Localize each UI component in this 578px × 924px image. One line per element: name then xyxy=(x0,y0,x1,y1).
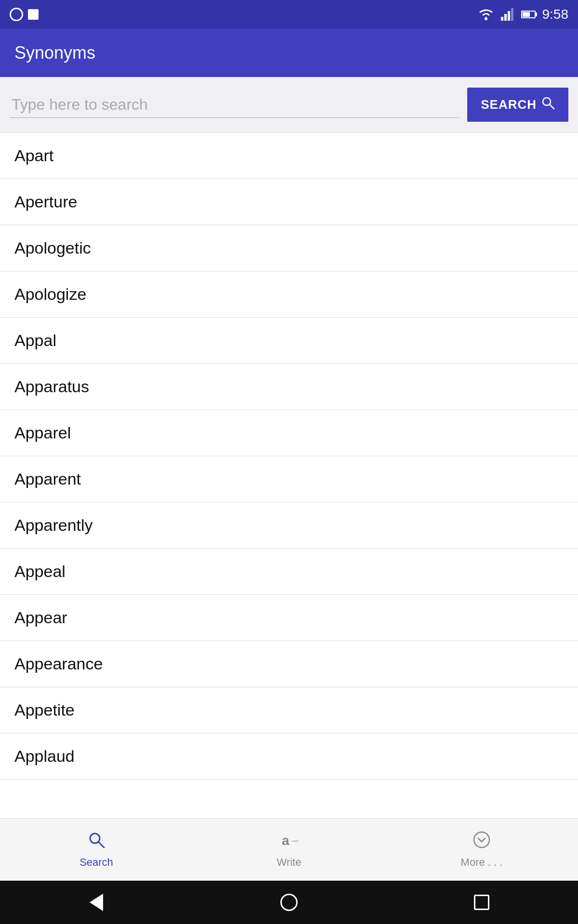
svg-rect-2 xyxy=(504,14,507,21)
list-item[interactable]: Appal xyxy=(0,318,578,364)
list-item[interactable]: Appetite xyxy=(0,687,578,733)
app-bar: Synonyms xyxy=(0,29,578,77)
signal-icon xyxy=(501,8,514,21)
list-item[interactable]: Appearance xyxy=(0,641,578,687)
status-bar-right: 9:58 xyxy=(478,7,569,22)
svg-line-6 xyxy=(550,104,554,109)
android-nav-bar xyxy=(0,881,578,924)
home-button[interactable] xyxy=(277,890,301,914)
status-bar-left xyxy=(10,8,39,21)
search-button-icon xyxy=(541,96,555,113)
back-button[interactable] xyxy=(84,890,108,914)
list-item[interactable]: Apparently xyxy=(0,502,578,549)
app-title: Synonyms xyxy=(14,43,95,63)
svg-rect-3 xyxy=(508,11,510,21)
search-button[interactable]: SEARCH xyxy=(467,88,568,122)
status-time: 9:58 xyxy=(542,7,569,22)
circle-icon xyxy=(10,8,23,21)
nav-item-search[interactable]: Search xyxy=(0,831,193,869)
search-button-label: SEARCH xyxy=(481,97,537,112)
svg-point-10 xyxy=(474,832,489,847)
battery-icon xyxy=(521,11,536,18)
search-bar: SEARCH xyxy=(0,77,578,133)
nav-item-more[interactable]: More . . . xyxy=(385,831,578,869)
search-input[interactable] xyxy=(10,92,460,118)
bottom-nav: Search a→z Write More . . . xyxy=(0,818,578,881)
list-item[interactable]: Apologetic xyxy=(0,225,578,271)
word-list: ApartApertureApologeticApologizeAppalApp… xyxy=(0,133,578,818)
svg-rect-4 xyxy=(511,8,513,21)
list-item[interactable]: Apologize xyxy=(0,271,578,318)
svg-rect-1 xyxy=(501,17,503,21)
more-nav-icon xyxy=(473,831,491,853)
list-item[interactable]: Apparent xyxy=(0,456,578,502)
svg-line-8 xyxy=(99,842,104,847)
list-item[interactable]: Apart xyxy=(0,133,578,179)
svg-point-0 xyxy=(485,17,487,20)
list-item[interactable]: Apparel xyxy=(0,410,578,456)
more-nav-label: More . . . xyxy=(461,856,503,869)
list-item[interactable]: Appeal xyxy=(0,549,578,595)
nav-item-write[interactable]: a→z Write xyxy=(193,831,385,869)
status-bar: 9:58 xyxy=(0,0,578,29)
list-item[interactable]: Appear xyxy=(0,595,578,641)
svg-text:a→z: a→z xyxy=(282,833,298,848)
list-item[interactable]: Aperture xyxy=(0,179,578,225)
search-nav-label: Search xyxy=(79,856,113,869)
list-item[interactable]: Apparatus xyxy=(0,364,578,410)
grid-icon xyxy=(28,9,39,20)
search-nav-icon xyxy=(87,831,105,853)
write-nav-label: Write xyxy=(277,856,302,869)
recents-button[interactable] xyxy=(470,890,494,914)
list-item[interactable]: Applaud xyxy=(0,733,578,780)
write-nav-icon: a→z xyxy=(280,831,298,853)
wifi-icon xyxy=(478,8,494,21)
